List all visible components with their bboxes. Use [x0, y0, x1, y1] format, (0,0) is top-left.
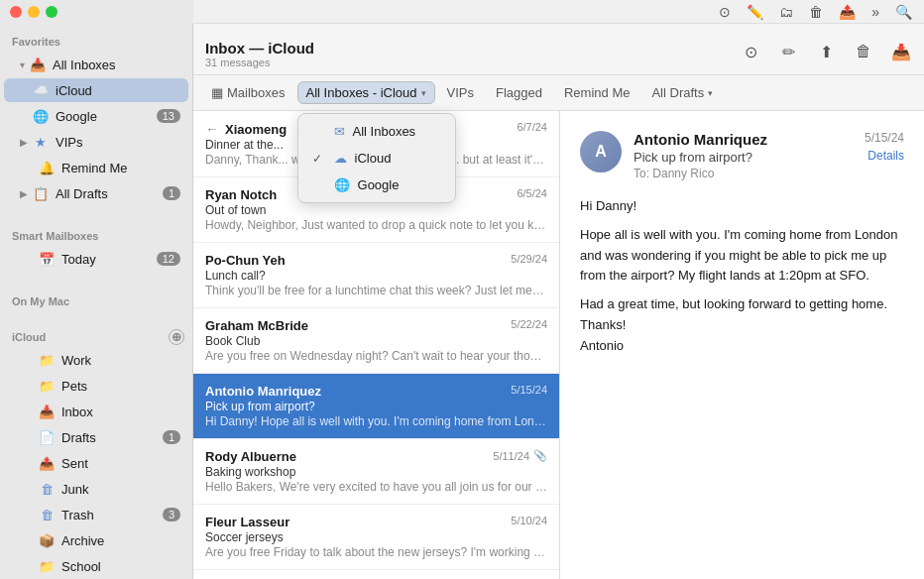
compose-icon[interactable]: ✏️	[747, 4, 763, 20]
toolbar: Inbox — iCloud 31 messages ⊙ ✏ ⬆ 🗑 📥	[193, 24, 924, 75]
sidebar-item-all-drafts[interactable]: ▶ 📋 All Drafts 1	[4, 181, 188, 205]
sidebar-item-label: Inbox	[61, 405, 180, 419]
window-chrome	[0, 0, 193, 24]
email-sender: Ryan Notch	[205, 187, 277, 202]
email-date: 5/29/24	[511, 253, 547, 265]
sidebar-item-label: Archive	[61, 533, 180, 548]
tab-label: VIPs	[447, 85, 474, 100]
archive-toolbar-icon[interactable]: 🗂	[779, 4, 793, 20]
sidebar: Favorites ▾ 📥 All Inboxes ☁️ iCloud 🌐 Go…	[0, 24, 193, 579]
filter-icon[interactable]: ⊙	[740, 41, 761, 62]
maximize-button[interactable]	[46, 6, 58, 18]
sidebar-item-drafts[interactable]: 📄 Drafts 1	[4, 425, 188, 449]
sidebar-item-label: iCloud	[56, 83, 180, 98]
tabs-bar: ▦ Mailboxes All Inboxes - iCloud ▾ ✉ All…	[193, 75, 924, 111]
folder-icon: 📁	[38, 377, 56, 395]
email-subject: Book Club	[205, 334, 547, 348]
email-subject: Pick up from airport?	[205, 400, 547, 413]
tab-flagged[interactable]: Flagged	[486, 81, 552, 104]
tab-label: Remind Me	[564, 85, 630, 100]
sidebar-item-label: All Drafts	[56, 186, 163, 201]
tab-vips[interactable]: VIPs	[437, 81, 484, 104]
sent-icon: 📤	[38, 454, 56, 472]
drafts-icon: 📋	[32, 184, 50, 202]
dropdown-item-icloud[interactable]: ✓ ☁ iCloud	[298, 145, 455, 172]
email-subject: Soccer jerseys	[205, 530, 547, 544]
email-item[interactable]: Graham McBride 5/22/24 Book Club Are you…	[193, 308, 559, 374]
inbox-icon: 📥	[29, 56, 47, 73]
dropdown-item-all-inboxes[interactable]: ✉ All Inboxes	[298, 118, 455, 145]
tab-mailboxes[interactable]: ▦ Mailboxes	[201, 81, 295, 104]
details-button[interactable]: Details	[867, 149, 904, 163]
minimize-button[interactable]	[28, 6, 40, 18]
email-preview: Think you'll be free for a lunchtime cha…	[205, 284, 547, 297]
folder-icon: 📁	[38, 557, 56, 575]
archive-icon[interactable]: ⬆	[815, 41, 837, 62]
email-item-selected[interactable]: Antonio Manriquez 5/15/24 Pick up from a…	[193, 374, 559, 439]
body-paragraph: Hope all is well with you. I'm coming ho…	[580, 225, 904, 287]
back-arrow-icon: ←	[205, 121, 219, 137]
email-subject: Lunch call?	[205, 269, 547, 283]
email-item[interactable]: Fleur Lasseur 5/10/24 Soccer jerseys Are…	[193, 505, 559, 570]
email-sender: Rody Albuerne	[205, 449, 296, 464]
tab-label: Flagged	[496, 85, 542, 100]
avatar: A	[580, 131, 622, 173]
sidebar-item-inbox-folder[interactable]: 📥 Inbox	[4, 400, 188, 423]
sidebar-item-work[interactable]: 📁 Work	[4, 348, 188, 372]
add-folder-button[interactable]: ⊕	[169, 329, 184, 345]
sidebar-item-google[interactable]: 🌐 Google 13	[4, 104, 188, 128]
move-toolbar-icon[interactable]: 📤	[839, 4, 856, 20]
sidebar-item-all-inboxes[interactable]: ▾ 📥 All Inboxes	[4, 53, 188, 76]
circle-menu-icon[interactable]: ⊙	[719, 4, 731, 20]
sidebar-item-archive[interactable]: 📦 Archive	[4, 528, 188, 552]
sidebar-item-remind-me[interactable]: 🔔 Remind Me	[4, 156, 188, 179]
cloud-icon: ☁️	[32, 81, 50, 99]
email-subject: Out of town	[205, 203, 547, 217]
email-sender: Po-Chun Yeh	[205, 253, 286, 268]
sidebar-item-label: Junk	[61, 482, 180, 497]
close-button[interactable]	[10, 6, 22, 18]
detail-to: To: Danny Rico	[634, 167, 767, 180]
sidebar-item-junk[interactable]: 🗑 Junk	[4, 477, 188, 501]
junk-icon: 🗑	[38, 480, 56, 498]
sidebar-item-label: VIPs	[56, 135, 180, 150]
sidebar-item-label: Google	[56, 109, 157, 124]
dropdown-item-label: Google	[358, 177, 400, 192]
tab-remind-me[interactable]: Remind Me	[554, 81, 639, 104]
sidebar-item-trash[interactable]: 🗑 Trash 3	[4, 503, 188, 526]
chevron-down-icon: ▾	[708, 88, 713, 98]
email-item[interactable]: Po-Chun Yeh 5/29/24 Lunch call? Think yo…	[193, 243, 559, 308]
delete-icon[interactable]: 🗑	[853, 41, 874, 62]
tab-all-drafts[interactable]: All Drafts ▾	[641, 81, 723, 104]
main-panel: Inbox — iCloud 31 messages ⊙ ✏ ⬆ 🗑 📥 ▦ M…	[193, 24, 924, 579]
dropdown-label: All Inboxes - iCloud	[306, 85, 417, 100]
body-closing: Had a great time, but looking forward to…	[580, 294, 904, 356]
cloud-icon: ☁	[334, 151, 347, 166]
mailboxes-icon: ▦	[211, 85, 223, 100]
sidebar-item-vips[interactable]: ▶ ★ VIPs	[4, 130, 188, 154]
detail-meta: Antonio Manriquez Pick up from airport? …	[634, 131, 904, 180]
sidebar-item-sent[interactable]: 📤 Sent	[4, 451, 188, 475]
drafts-folder-icon: 📄	[38, 428, 56, 446]
sidebar-item-school[interactable]: 📁 School	[4, 554, 188, 578]
email-item[interactable]: Rody Albuerne 5/11/24 📎 Baking workshop …	[193, 439, 559, 505]
compose-icon[interactable]: ✏	[777, 41, 799, 62]
email-sender: Xiaomeng	[225, 122, 287, 137]
dropdown-button[interactable]: All Inboxes - iCloud ▾	[297, 81, 435, 104]
tab-all-inboxes: All Inboxes - iCloud ▾ ✉ All Inboxes ✓ ☁…	[297, 81, 435, 104]
delete-toolbar-icon[interactable]: 🗑	[809, 4, 823, 20]
email-detail: A Antonio Manriquez Pick up from airport…	[560, 111, 924, 579]
sidebar-item-pets[interactable]: 📁 Pets	[4, 374, 188, 398]
sidebar-item-icloud[interactable]: ☁️ iCloud	[4, 78, 188, 102]
email-sender: Graham McBride	[205, 318, 308, 333]
sidebar-item-today[interactable]: 📅 Today 12	[4, 247, 188, 271]
dropdown-item-google[interactable]: 🌐 Google	[298, 172, 455, 198]
email-subject: Baking workshop	[205, 465, 547, 479]
email-sender: Antonio Manriquez	[205, 384, 321, 399]
search-icon[interactable]: 🔍	[895, 4, 912, 20]
inbox-folder-icon: 📥	[38, 403, 56, 420]
toolbar-info: Inbox — iCloud 31 messages	[193, 32, 326, 74]
more-icon[interactable]: »	[871, 4, 879, 20]
move-icon[interactable]: 📥	[890, 41, 912, 62]
dropdown-item-label: All Inboxes	[353, 124, 416, 139]
